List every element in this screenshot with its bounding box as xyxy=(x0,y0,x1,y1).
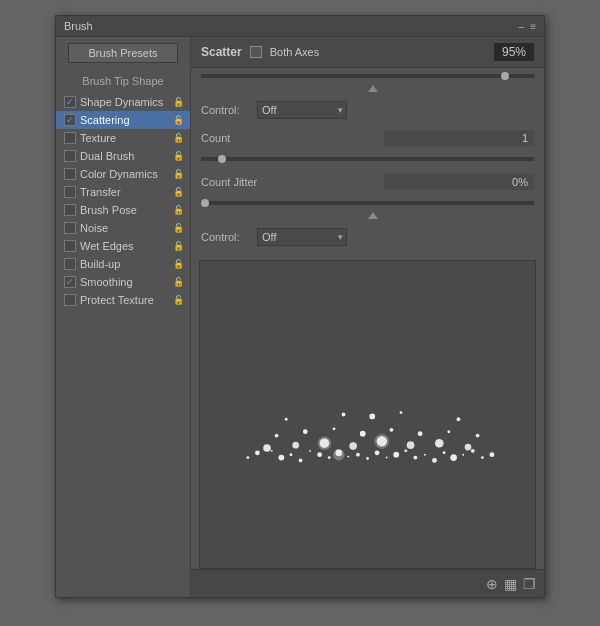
svg-point-17 xyxy=(413,456,417,460)
svg-point-33 xyxy=(465,444,472,451)
sidebar-item-color-dynamics[interactable]: Color Dynamics🔓 xyxy=(56,165,190,183)
count-jitter-slider-thumb[interactable] xyxy=(201,199,209,207)
checkbox-1[interactable]: ✓ xyxy=(64,114,76,126)
sidebar-item-label-4: Color Dynamics xyxy=(80,168,158,180)
bottom-icon-2[interactable]: ▦ xyxy=(504,576,517,592)
lock-icon-8: 🔓 xyxy=(173,241,184,251)
svg-point-14 xyxy=(386,457,388,459)
sidebar-item-transfer[interactable]: Transfer🔓 xyxy=(56,183,190,201)
checkbox-9[interactable] xyxy=(64,258,76,270)
count-jitter-row: Count Jitter xyxy=(191,169,544,195)
count-jitter-slider-track[interactable] xyxy=(201,201,534,205)
count-jitter-slider-row xyxy=(191,195,544,207)
control1-select-wrapper: Off Fade Pen Pressure Pen Tilt Stylus Wh… xyxy=(257,101,347,119)
sidebar-section-title: Brush Tip Shape xyxy=(56,71,190,91)
svg-point-27 xyxy=(292,442,299,449)
sidebar-item-shape-dynamics[interactable]: ✓Shape Dynamics🔓 xyxy=(56,93,190,111)
checkbox-0[interactable]: ✓ xyxy=(64,96,76,108)
svg-point-42 xyxy=(285,418,288,421)
lock-icon-3: 🔓 xyxy=(173,151,184,161)
count-label: Count xyxy=(201,132,384,144)
sidebar-item-label-11: Protect Texture xyxy=(80,294,154,306)
svg-point-18 xyxy=(424,454,426,456)
control-row-2: Control: Off Fade Pen Pressure Pen Tilt … xyxy=(191,222,544,252)
svg-point-4 xyxy=(289,453,292,456)
svg-point-10 xyxy=(347,456,349,458)
sidebar-item-label-10: Smoothing xyxy=(80,276,133,288)
checkbox-7[interactable] xyxy=(64,222,76,234)
count-slider-thumb[interactable] xyxy=(218,155,226,163)
sidebar-item-noise[interactable]: Noise🔓 xyxy=(56,219,190,237)
count-jitter-input[interactable] xyxy=(384,174,534,190)
svg-point-7 xyxy=(317,452,322,457)
control2-select-wrapper: Off Fade Pen Pressure Pen Tilt Stylus Wh… xyxy=(257,228,347,246)
checkbox-6[interactable] xyxy=(64,204,76,216)
scatter-slider-track[interactable] xyxy=(201,74,534,78)
sidebar-item-texture[interactable]: Texture🔓 xyxy=(56,129,190,147)
svg-point-44 xyxy=(369,414,375,420)
control2-label: Control: xyxy=(201,231,251,243)
svg-point-37 xyxy=(360,431,366,437)
checkbox-11[interactable] xyxy=(64,294,76,306)
control1-select[interactable]: Off Fade Pen Pressure Pen Tilt Stylus Wh… xyxy=(257,101,347,119)
count-input[interactable] xyxy=(384,130,534,146)
svg-point-48 xyxy=(374,434,389,449)
panel-titlebar: Brush – ≡ xyxy=(56,16,544,37)
svg-point-41 xyxy=(476,434,480,438)
svg-point-12 xyxy=(366,457,369,460)
svg-point-23 xyxy=(471,449,475,453)
svg-point-31 xyxy=(407,441,415,449)
both-axes-checkbox[interactable] xyxy=(250,46,262,58)
brush-presets-button[interactable]: Brush Presets xyxy=(68,43,178,63)
sidebar-item-wet-edges[interactable]: Wet Edges🔓 xyxy=(56,237,190,255)
sidebar-item-label-1: Scattering xyxy=(80,114,130,126)
checkbox-8[interactable] xyxy=(64,240,76,252)
control2-select[interactable]: Off Fade Pen Pressure Pen Tilt Stylus Wh… xyxy=(257,228,347,246)
lock-icon-7: 🔓 xyxy=(173,223,184,233)
scatter-slider-thumb[interactable] xyxy=(501,72,509,80)
svg-point-1 xyxy=(255,450,260,455)
svg-point-6 xyxy=(309,450,311,452)
svg-point-2 xyxy=(271,450,273,452)
svg-point-49 xyxy=(318,437,331,450)
count-slider-track[interactable] xyxy=(201,157,534,161)
svg-point-26 xyxy=(263,444,271,452)
svg-point-38 xyxy=(390,428,394,432)
lock-icon-4: 🔓 xyxy=(173,169,184,179)
bottom-icon-1[interactable]: ⊕ xyxy=(486,576,498,592)
sidebar-item-brush-pose[interactable]: Brush Pose🔓 xyxy=(56,201,190,219)
sidebar-item-smoothing[interactable]: ✓Smoothing🔓 xyxy=(56,273,190,291)
bottom-bar: ⊕ ▦ ❐ xyxy=(191,569,544,597)
svg-point-13 xyxy=(375,450,380,455)
svg-point-19 xyxy=(432,458,437,463)
sidebar-item-label-0: Shape Dynamics xyxy=(80,96,163,108)
svg-point-25 xyxy=(490,452,495,457)
brush-preview-svg xyxy=(200,261,535,568)
svg-point-22 xyxy=(462,454,464,456)
checkbox-3[interactable] xyxy=(64,150,76,162)
svg-point-0 xyxy=(246,456,249,459)
sidebar-item-label-3: Dual Brush xyxy=(80,150,134,162)
svg-point-15 xyxy=(393,452,399,458)
bottom-icon-3[interactable]: ❐ xyxy=(523,576,536,592)
sidebar-item-protect-texture[interactable]: Protect Texture🔓 xyxy=(56,291,190,309)
svg-point-11 xyxy=(356,453,360,457)
checkbox-10[interactable]: ✓ xyxy=(64,276,76,288)
lock-icon-6: 🔓 xyxy=(173,205,184,215)
minimize-icon[interactable]: – xyxy=(519,21,525,32)
svg-point-34 xyxy=(275,434,279,438)
sidebar-item-dual-brush[interactable]: Dual Brush🔓 xyxy=(56,147,190,165)
count-slider-row xyxy=(191,151,544,163)
sidebar-item-scattering[interactable]: ✓Scattering🔓 xyxy=(56,111,190,129)
checkbox-4[interactable] xyxy=(64,168,76,180)
scatter-value: 95% xyxy=(494,43,534,61)
scatter-header: Scatter Both Axes 95% xyxy=(191,37,544,68)
checkbox-5[interactable] xyxy=(64,186,76,198)
lock-icon-10: 🔓 xyxy=(173,277,184,287)
svg-point-47 xyxy=(333,449,344,460)
checkbox-2[interactable] xyxy=(64,132,76,144)
panel-menu-icon[interactable]: ≡ xyxy=(530,21,536,32)
sidebar-item-build-up[interactable]: Build-up🔓 xyxy=(56,255,190,273)
svg-point-24 xyxy=(481,456,484,459)
brush-preview-area xyxy=(199,260,536,569)
